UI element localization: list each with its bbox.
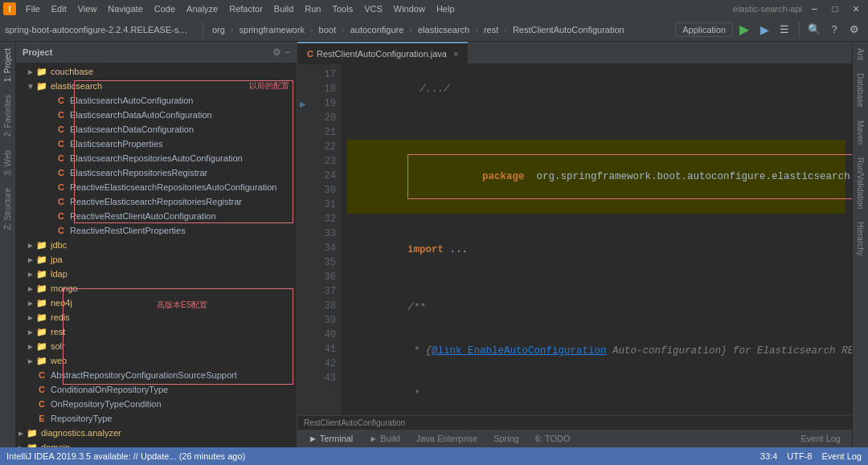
tab-hierarchy[interactable]: Hierarchy — [854, 215, 866, 263]
tree-item-on-repo-type[interactable]: C OnRepositoryTypeCondition — [16, 397, 297, 411]
panel-settings-icon[interactable]: ⚙ — [272, 47, 281, 58]
run-config-selector[interactable]: Application — [675, 22, 733, 37]
event-log-tab[interactable]: Event Log — [796, 432, 845, 445]
chevron-right-icon: ► — [26, 328, 35, 337]
project-name: spring-boot-autoconfigure-2.2.4.RELEASE-… — [5, 25, 190, 35]
tree-item-solr[interactable]: ► 📁 solr — [16, 339, 297, 353]
gutter-item — [297, 241, 309, 255]
tab-ant[interactable]: Ant — [854, 42, 866, 67]
tree-item-elasticsearch-props[interactable]: C ElasticsearchProperties — [16, 137, 297, 151]
close-btn[interactable]: × — [847, 0, 865, 18]
menu-analyze[interactable]: Analyze — [182, 2, 223, 15]
folder-icon: 📁 — [35, 239, 48, 251]
tab-spring[interactable]: Spring — [489, 432, 524, 445]
search-button[interactable]: 🔍 — [805, 21, 823, 39]
tree-item-reactive-rest-props[interactable]: C ReactiveRestClientProperties — [16, 223, 297, 238]
tree-label: solr — [51, 341, 65, 351]
menu-run[interactable]: Run — [300, 2, 326, 15]
breadcrumb-springframework[interactable]: springframework — [237, 23, 307, 36]
tree-item-jdbc[interactable]: ► 📁 jdbc — [16, 238, 297, 252]
tab-todo[interactable]: 6: TODO — [530, 432, 575, 445]
breadcrumb-rest[interactable]: rest — [481, 23, 501, 36]
panel-collapse-icon[interactable]: − — [285, 47, 290, 58]
menu-view[interactable]: View — [73, 2, 102, 15]
tab-run-validation[interactable]: Run/Validation — [854, 151, 866, 215]
tree-item-ldap[interactable]: ► 📁 ldap — [16, 267, 297, 281]
run-button[interactable]: ▶ — [735, 21, 753, 39]
breadcrumb-org[interactable]: org — [210, 23, 227, 36]
editor-tab-rest-client[interactable]: C RestClientAutoConfiguration.java × — [297, 42, 468, 63]
status-message: IntelliJ IDEA 2019.3.5 available: // Upd… — [6, 451, 245, 461]
tree-item-jpa[interactable]: ► 📁 jpa — [16, 252, 297, 267]
tree-item-abstract-repo[interactable]: C AbstractRepositoryConfigurationSourceS… — [16, 368, 297, 382]
code-area[interactable]: /.../ package org.springframework.boot.a… — [341, 64, 852, 415]
tree-item-repo-type[interactable]: E RepositoryType — [16, 411, 297, 426]
chevron-down-icon: ▼ — [26, 82, 35, 91]
tree-item-couchbase[interactable]: ► 📁 couchbase — [16, 64, 297, 79]
menu-code[interactable]: Code — [149, 2, 180, 15]
tab-maven[interactable]: Maven — [854, 114, 866, 151]
tab-terminal[interactable]: ► Terminal — [304, 432, 358, 445]
menu-refactor[interactable]: Refactor — [224, 2, 268, 15]
panel-header: Project ⚙ − — [16, 42, 297, 63]
tree-view[interactable]: ► 📁 couchbase ▼ 📁 elasticsearch C Elasti… — [16, 63, 297, 447]
gutter-item — [297, 67, 309, 82]
breadcrumb-sep-2: › — [310, 25, 313, 35]
gutter-item — [297, 183, 309, 198]
tree-item-neo4j[interactable]: ► 📁 neo4j — [16, 296, 297, 310]
build-button[interactable]: ☰ — [776, 21, 793, 39]
folder-icon: 📁 — [35, 80, 48, 92]
tree-item-diagnostics[interactable]: ► 📁 diagnostics.analyzer — [16, 426, 297, 440]
minimize-btn[interactable]: − — [805, 0, 823, 18]
java-icon: C — [55, 108, 68, 121]
menu-help[interactable]: Help — [432, 2, 460, 15]
event-log-status[interactable]: Event Log — [821, 451, 862, 461]
toolbar-separator — [203, 22, 203, 38]
gutter-item — [297, 125, 309, 140]
editor-bottom-label: RestClientAutoConfiguration — [297, 415, 852, 430]
tab-web[interactable]: 3: Web — [2, 144, 14, 182]
menu-navigate[interactable]: Navigate — [103, 2, 147, 15]
gutter-item — [297, 400, 309, 414]
tab-build[interactable]: ► Build — [364, 432, 404, 445]
help-button[interactable]: ? — [825, 21, 843, 39]
tree-item-rest-folder[interactable]: ► 📁 rest — [16, 324, 297, 339]
encoding: UTF-8 — [787, 451, 812, 461]
tree-item-conditional-repo-type[interactable]: C ConditionalOnRepositoryType — [16, 382, 297, 397]
tree-item-elasticsearch-data-config[interactable]: C ElasticsearchDataConfiguration — [16, 122, 297, 137]
tab-database[interactable]: Database — [854, 67, 866, 114]
tab-close-icon[interactable]: × — [453, 49, 458, 59]
breadcrumb-autoconfigure[interactable]: autoconfigure — [348, 23, 407, 36]
menu-build[interactable]: Build — [269, 2, 298, 15]
breadcrumb-elasticsearch[interactable]: elasticsearch — [416, 23, 472, 36]
tab-project[interactable]: 1: Project — [2, 42, 14, 88]
tab-structure[interactable]: Z: Structure — [2, 182, 14, 236]
breadcrumb-class[interactable]: RestClientAutoConfiguration — [510, 23, 627, 36]
tree-item-elasticsearch-repos-registrar[interactable]: C ElasticsearchRepositoriesRegistrar — [16, 165, 297, 180]
tree-item-redis[interactable]: ► 📁 redis — [16, 310, 297, 324]
tree-item-reactive-elastic-repos-auto[interactable]: C ReactiveElasticsearchRepositoriesAutoC… — [16, 180, 297, 194]
tree-item-elasticsearch-auto-config[interactable]: C ElasticsearchAutoConfiguration — [16, 93, 297, 108]
gutter-item — [297, 226, 309, 241]
settings-button[interactable]: ⚙ — [845, 21, 863, 39]
tab-java-enterprise[interactable]: Java Enterprise — [411, 432, 482, 445]
tree-item-reactive-elastic-repos-registrar[interactable]: C ReactiveElasticsearchRepositoriesRegis… — [16, 194, 297, 209]
menu-vcs[interactable]: VCS — [359, 2, 387, 15]
tree-item-mongo[interactable]: ► 📁 mongo — [16, 281, 297, 296]
tree-item-web[interactable]: ► 📁 web — [16, 353, 297, 368]
tab-favorites[interactable]: 2: Favorites — [2, 88, 14, 143]
tree-item-reactive-rest-auto[interactable]: C ReactiveRestClientAutoConfiguration — [16, 209, 297, 223]
debug-button[interactable]: ▶ — [755, 21, 773, 39]
code-line: * {@link EnableAutoConfiguration Auto-co… — [347, 329, 845, 373]
menu-window[interactable]: Window — [389, 2, 430, 15]
tree-item-elasticsearch-repos-auto[interactable]: C ElasticsearchRepositoriesAutoConfigura… — [16, 151, 297, 165]
menu-tools[interactable]: Tools — [327, 2, 358, 15]
menu-file[interactable]: File — [21, 2, 45, 15]
tree-item-elasticsearch-data-auto[interactable]: C ElasticsearchDataAutoConfiguration — [16, 108, 297, 122]
maximize-btn[interactable]: □ — [826, 0, 844, 18]
tree-item-elasticsearch[interactable]: ▼ 📁 elasticsearch — [16, 79, 297, 93]
breadcrumb-boot[interactable]: boot — [317, 23, 338, 36]
menu-edit[interactable]: Edit — [47, 2, 72, 15]
tree-item-domain[interactable]: ► 📁 domain — [16, 440, 297, 447]
gutter-item — [297, 299, 309, 313]
